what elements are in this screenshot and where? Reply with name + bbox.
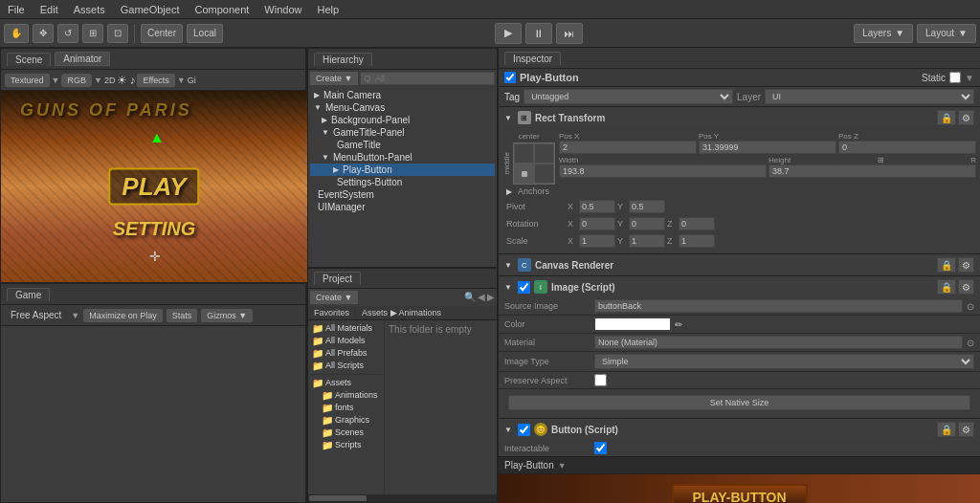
folder-scenes[interactable]: 📁 Scenes [310, 426, 382, 439]
canvas-renderer-header[interactable]: ▼ C Canvas Renderer 🔒 ⚙ [499, 254, 980, 275]
pivot-x-input[interactable] [579, 200, 615, 213]
stats-btn[interactable]: Stats [167, 309, 198, 322]
favorites-tab[interactable]: Favorites [308, 306, 356, 319]
pos-x-input[interactable] [559, 141, 697, 154]
lock-icon[interactable]: 🔒 [937, 257, 956, 273]
scale-z-input[interactable] [679, 234, 715, 248]
project-create-btn[interactable]: Create ▼ [310, 291, 358, 304]
hierarchy-item-play-button[interactable]: ▶ Play-Button [310, 164, 495, 176]
source-image-input[interactable] [594, 299, 963, 313]
object-active-checkbox[interactable] [504, 72, 516, 83]
tab-hierarchy[interactable]: Hierarchy [314, 53, 372, 66]
fav-all-models[interactable]: 📁 All Models [310, 335, 382, 347]
fav-all-prefabs[interactable]: 📁 All Prefabs [310, 347, 382, 360]
menu-help[interactable]: Help [309, 4, 346, 15]
hierarchy-item-menu-canvas[interactable]: ▼ Menu-Canvas [310, 101, 495, 114]
menu-gameobject[interactable]: GameObject [113, 4, 188, 15]
hierarchy-item-bg-panel[interactable]: ▶ Background-Panel [310, 114, 495, 126]
menu-component[interactable]: Component [187, 4, 256, 15]
hierarchy-item-menubtn-panel[interactable]: ▼ MenuButton-Panel [310, 151, 495, 164]
fav-all-scripts[interactable]: 📁 All Scripts [310, 360, 382, 372]
gear-icon[interactable]: ⚙ [958, 110, 974, 125]
material-picker[interactable]: ⊙ [967, 338, 974, 348]
menu-assets[interactable]: Assets [66, 4, 113, 15]
hierarchy-item-gametitle-panel[interactable]: ▼ GameTitle-Panel [310, 126, 495, 139]
hierarchy-item-settings-button[interactable]: Settings-Button [310, 176, 495, 188]
scale-x-input[interactable] [579, 234, 615, 248]
lock-icon[interactable]: 🔒 [937, 110, 956, 125]
gizmos-btn[interactable]: Gizmos ▼ [201, 309, 253, 322]
lock-icon[interactable]: 🔒 [937, 279, 956, 295]
source-image-picker[interactable]: ⊙ [967, 301, 974, 312]
hand-tool[interactable]: ✋ [4, 24, 29, 43]
rot-z-input[interactable] [679, 217, 715, 230]
menu-edit[interactable]: Edit [33, 4, 66, 15]
folder-fonts[interactable]: 📁 fonts [310, 402, 382, 414]
layout-dropdown[interactable]: Layout ▼ [917, 24, 976, 43]
local-button[interactable]: Local [187, 24, 223, 43]
folder-animations[interactable]: 📁 Animations [310, 389, 382, 402]
button-script-enabled[interactable] [518, 424, 530, 436]
pos-z-input[interactable] [838, 141, 976, 154]
tag-dropdown[interactable]: Untagged [523, 89, 733, 104]
gear-icon[interactable]: ⚙ [958, 279, 974, 295]
tab-project[interactable]: Project [314, 272, 361, 285]
eyedropper-icon[interactable]: ✏ [675, 319, 682, 330]
assets-root[interactable]: 📁 Assets [310, 377, 382, 389]
preserve-aspect-checkbox[interactable] [594, 374, 607, 386]
constrain-btn[interactable]: ⊞ [878, 156, 884, 164]
step-button[interactable]: ⏭ [556, 23, 583, 44]
tab-scene[interactable]: Scene [7, 53, 51, 66]
material-input[interactable] [594, 336, 963, 349]
lighting-btn[interactable]: ☀ [117, 74, 127, 87]
move-tool[interactable]: ✥ [33, 24, 54, 43]
scale-y-input[interactable] [629, 234, 665, 248]
rect-tool[interactable]: ⊡ [107, 24, 128, 43]
tab-animator[interactable]: Animator [55, 52, 110, 66]
hierarchy-search[interactable] [360, 72, 495, 85]
effects-btn[interactable]: Effects [137, 74, 174, 87]
anchors-expand[interactable]: ▶ [506, 187, 512, 196]
pivot-y-input[interactable] [629, 200, 665, 213]
color-picker[interactable] [594, 317, 671, 331]
image-type-dropdown[interactable]: Simple [594, 354, 974, 369]
textured-btn[interactable]: Textured [5, 74, 50, 87]
assets-animations-breadcrumb[interactable]: Assets ▶ Animations [356, 306, 447, 319]
menu-window[interactable]: Window [256, 4, 309, 15]
rot-x-input[interactable] [579, 217, 615, 230]
tab-game[interactable]: Game [7, 288, 50, 301]
rect-transform-header[interactable]: ▼ ⊞ Rect Transform 🔒 ⚙ [499, 107, 980, 128]
folder-graphics[interactable]: 📁 Graphics [310, 414, 382, 426]
gear-icon[interactable]: ⚙ [958, 422, 974, 437]
prev-folder-icon[interactable]: ◀ [478, 292, 485, 302]
folder-scripts[interactable]: 📁 Scripts [310, 439, 382, 451]
game-aspect-label[interactable]: Free Aspect [5, 308, 67, 322]
rot-y-input[interactable] [629, 217, 665, 230]
audio-btn[interactable]: ♪ [129, 74, 135, 87]
layer-dropdown[interactable]: UI [765, 89, 974, 104]
button-script-header[interactable]: ▼ 😊 Button (Script) 🔒 ⚙ [499, 419, 980, 440]
static-dropdown-arrow[interactable]: ▼ [965, 73, 974, 83]
rotate-tool[interactable]: ↺ [57, 24, 78, 43]
image-script-enabled[interactable] [518, 281, 530, 294]
scale-tool[interactable]: ⊞ [82, 24, 103, 43]
set-native-size-button[interactable]: Set Native Size [508, 395, 970, 410]
hierarchy-create-btn[interactable]: Create ▼ [310, 72, 358, 85]
lock-icon[interactable]: 🔒 [937, 422, 956, 437]
inspector-scroll-area[interactable]: Play-Button Static ▼ Tag Untagged Layer … [499, 69, 980, 503]
pause-button[interactable]: ⏸ [525, 23, 552, 44]
hierarchy-item-gametitle[interactable]: GameTitle [310, 139, 495, 151]
pos-y-input[interactable] [699, 141, 836, 154]
menu-file[interactable]: File [0, 4, 33, 15]
anchor-diagram[interactable] [513, 142, 555, 185]
interactable-checkbox[interactable] [594, 442, 607, 454]
tab-inspector[interactable]: Inspector [504, 52, 561, 65]
rgb-btn[interactable]: RGB [61, 74, 92, 87]
center-button[interactable]: Center [141, 24, 183, 43]
image-script-header[interactable]: ▼ I Image (Script) 🔒 ⚙ [499, 276, 980, 297]
next-folder-icon[interactable]: ▶ [487, 292, 495, 302]
gear-icon[interactable]: ⚙ [958, 257, 974, 273]
fav-all-materials[interactable]: 📁 All Materials [310, 322, 382, 335]
static-checkbox[interactable] [949, 72, 961, 83]
play-button[interactable]: ▶ [495, 23, 522, 44]
